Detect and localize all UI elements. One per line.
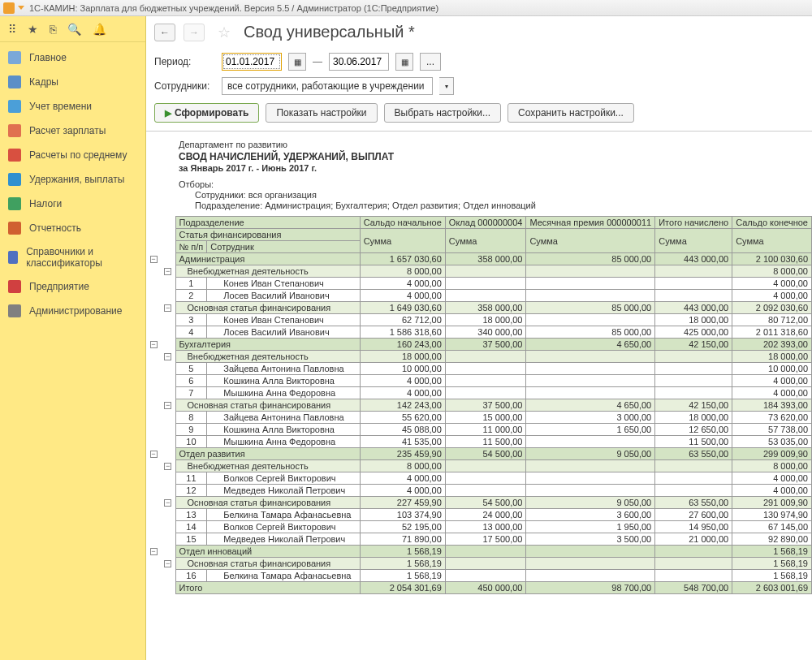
apps-icon[interactable]: ⠿ [8,23,16,36]
sidebar-item[interactable]: Предприятие [0,274,145,299]
cell-value: 142 243,00 [360,399,445,412]
sidebar-item[interactable]: Главное [0,45,145,70]
row-name: Отдел инноваций [175,546,360,558]
table-row[interactable]: −Администрация1 657 030,60358 000,0085 0… [146,253,812,265]
bell-icon[interactable]: 🔔 [93,23,106,36]
row-name: Администрация [175,253,360,265]
table-row[interactable]: 10Мышкина Анна Федоровна41 535,0011 500,… [146,436,812,448]
period-select-button[interactable]: ... [420,53,441,71]
table-row[interactable]: 12Медведев Николай Петрович4 000,004 000… [146,485,812,497]
table-row[interactable]: −Внебюджетная деятельность8 000,008 000,… [146,460,812,472]
table-row[interactable]: −Отдел инноваций1 568,191 568,19 [146,546,812,558]
table-row[interactable]: 15Медведев Николай Петрович71 890,0017 5… [146,533,812,546]
tree-collapse-icon[interactable]: − [150,341,158,348]
row-name: Внебюджетная деятельность [175,351,360,363]
tree-collapse-icon[interactable]: − [164,560,171,567]
sidebar-item[interactable]: Расчет зарплаты [0,119,145,143]
form-report-button[interactable]: ▶Сформировать [154,103,259,123]
table-row[interactable]: 13Белкина Тамара Афанасьевна103 374,9024… [146,509,812,521]
sidebar-item-label: Администрирование [29,305,122,317]
row-name: Зайцева Антонина Павловна [207,412,360,424]
cell-value: 2 011 318,60 [732,326,812,339]
table-row[interactable]: 5Зайцева Антонина Павловна10 000,0010 00… [146,363,812,375]
cell-value: 4 000,00 [732,290,812,302]
cell-value [445,472,526,485]
total-label: Итого [175,582,360,594]
sidebar-item[interactable]: Кадры [0,70,145,94]
table-row[interactable]: 3Конев Иван Степанович62 712,0018 000,00… [146,314,812,326]
tree-collapse-icon[interactable]: − [164,353,171,360]
sidebar-item[interactable]: Налоги [0,192,145,216]
nav-forward-button[interactable]: → [184,24,205,41]
table-row[interactable]: −Внебюджетная деятельность18 000,0018 00… [146,351,812,363]
period-to-calendar-icon[interactable]: ▦ [395,53,413,71]
tree-collapse-icon[interactable]: − [164,463,171,470]
tree-collapse-icon[interactable]: − [150,548,158,555]
period-to-input[interactable] [329,53,389,71]
row-number: 9 [175,424,207,436]
cell-value: 4 650,00 [526,339,655,351]
sidebar-item-label: Расчет зарплаты [29,125,106,136]
history-icon[interactable]: ⎘ [50,23,56,36]
table-row[interactable]: −Основная статья финансирования142 243,0… [146,399,812,412]
nav-back-button[interactable]: ← [154,24,175,41]
employees-select[interactable]: все сотрудники, работающие в учреждении [222,77,433,95]
sidebar-item[interactable]: Расчеты по среднему [0,143,145,167]
sidebar-item[interactable]: Удержания, выплаты [0,167,145,192]
cell-value: 80 712,00 [732,314,812,326]
tree-collapse-icon[interactable]: − [150,451,158,458]
cell-value: 8 000,00 [732,265,812,278]
app-icon [3,2,15,14]
sidebar-item[interactable]: Справочники и классификаторы [0,240,145,274]
cell-value: 227 459,90 [360,497,445,509]
sidebar-item[interactable]: Учет времени [0,94,145,119]
total-value: 2 603 001,69 [732,582,812,594]
show-settings-button[interactable]: Показать настройки [266,103,377,123]
report-title: СВОД НАЧИСЛЕНИЙ, УДЕРЖАНИЙ, ВЫПЛАТ [179,151,804,162]
employees-dropdown-icon[interactable]: ▾ [439,77,454,95]
cell-value [526,290,655,302]
period-from-calendar-icon[interactable]: ▦ [288,53,306,71]
cell-value: 53 035,00 [732,436,812,448]
favorite-toggle-icon[interactable]: ☆ [218,24,231,41]
cell-value [526,558,655,570]
cell-value: 52 195,00 [360,521,445,533]
table-row[interactable]: 11Волков Сергей Викторович4 000,004 000,… [146,472,812,485]
cell-value: 54 500,00 [445,497,526,509]
tree-collapse-icon[interactable]: − [164,499,171,507]
sidebar-item[interactable]: Администрирование [0,299,145,323]
table-row[interactable]: −Основная статья финансирования1 649 030… [146,302,812,314]
table-row[interactable]: 1Конев Иван Степанович4 000,004 000,00 [146,278,812,290]
sidebar-item[interactable]: Отчетность [0,216,145,240]
table-row[interactable]: 8Зайцева Антонина Павловна55 620,0015 00… [146,412,812,424]
cell-value: 358 000,00 [445,302,526,314]
tree-collapse-icon[interactable]: − [150,256,158,263]
cell-value [526,314,655,326]
table-row[interactable]: 4Лосев Василий Иванович1 586 318,60340 0… [146,326,812,339]
cell-value: 73 620,00 [732,412,812,424]
app-menu-dropdown-icon[interactable] [18,6,24,10]
table-row[interactable]: 14Волков Сергей Викторович52 195,0013 00… [146,521,812,533]
cell-value: 443 000,00 [655,302,732,314]
table-row[interactable]: 16Белкина Тамара Афанасьевна1 568,191 56… [146,570,812,582]
table-row[interactable]: 9Кошкина Алла Викторовна45 088,0011 000,… [146,424,812,436]
search-icon[interactable]: 🔍 [67,23,81,36]
choose-settings-button[interactable]: Выбрать настройки... [384,103,501,123]
table-row[interactable]: −Внебюджетная деятельность8 000,008 000,… [146,265,812,278]
table-row[interactable]: −Основная статья финансирования227 459,9… [146,497,812,509]
table-row[interactable]: 2Лосев Василий Иванович4 000,004 000,00 [146,290,812,302]
cell-value: 12 650,00 [655,424,732,436]
tree-collapse-icon[interactable]: − [164,402,171,409]
table-row[interactable]: 7Мышкина Анна Федоровна4 000,004 000,00 [146,387,812,399]
favorite-icon[interactable]: ★ [28,23,38,36]
row-number: 14 [175,521,207,533]
tree-collapse-icon[interactable]: − [164,268,171,275]
period-from-input[interactable] [222,53,282,71]
table-row[interactable]: 6Кошкина Алла Викторовна4 000,004 000,00 [146,375,812,387]
table-row[interactable]: −Отдел развития235 459,9054 500,009 050,… [146,448,812,460]
row-number: 1 [175,278,207,290]
tree-collapse-icon[interactable]: − [164,304,171,312]
save-settings-button[interactable]: Сохранить настройки... [508,103,634,123]
table-row[interactable]: −Основная статья финансирования1 568,191… [146,558,812,570]
table-row[interactable]: −Бухгалтерия160 243,0037 500,004 650,004… [146,339,812,351]
